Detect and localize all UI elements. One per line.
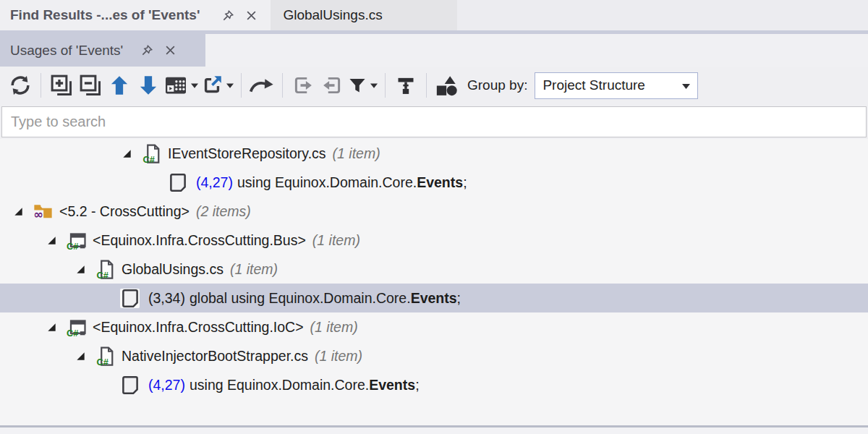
expander-expanded-icon[interactable]: [75, 264, 86, 275]
item-count: (1 item): [312, 232, 360, 249]
dropdown-caret-icon: [370, 83, 378, 88]
filter-icon: [348, 76, 367, 95]
pin-button[interactable]: [137, 41, 156, 60]
svg-text:C#: C#: [97, 356, 109, 366]
pin-icon: [141, 44, 153, 56]
tab-row-filler: [457, 0, 868, 30]
svg-text:C#: C#: [143, 153, 155, 163]
expand-all-icon: [51, 75, 72, 96]
preview-dock-icon: [164, 75, 187, 95]
move-previous-button[interactable]: [319, 72, 345, 99]
tool-tab-row: Usages of 'Events': [0, 34, 868, 67]
item-count: (1 item): [310, 319, 358, 336]
tree-row-project[interactable]: C# <Equinox.Infra.CrossCutting.Bus> (1 i…: [0, 226, 868, 255]
document-tab-label: GlobalUsings.cs: [283, 7, 382, 23]
find-results-tab-label: Find Results -...es of 'Events': [10, 7, 200, 23]
search-input[interactable]: [1, 106, 867, 137]
tab-usages-of-events[interactable]: Usages of 'Events': [0, 34, 205, 67]
result-location[interactable]: (3,34): [148, 290, 185, 307]
close-button[interactable]: [242, 6, 260, 25]
expand-all-button[interactable]: [48, 72, 75, 99]
result-marker-icon[interactable]: [168, 173, 187, 192]
result-code: global using Equinox.Domain.Core.Events;: [190, 290, 461, 307]
csharp-file-icon: C#: [95, 260, 115, 279]
file-name: GlobalUsings.cs: [122, 261, 224, 278]
results-tree: C# IEventStoreRepository.cs (1 item) (4,…: [0, 139, 868, 425]
tree-row-project[interactable]: C# <Equinox.Infra.CrossCutting.IoC> (1 i…: [0, 312, 868, 341]
csharp-project-icon: C#: [67, 318, 86, 337]
tree-row-result[interactable]: (4,27) using Equinox.Domain.Core.Events;: [0, 168, 868, 197]
box-arrow-left-icon: [322, 75, 342, 95]
file-name: IEventStoreRepository.cs: [168, 145, 326, 162]
svg-text:C#: C#: [67, 241, 78, 250]
next-occurrence-button[interactable]: [135, 72, 161, 99]
combo-caret-icon: [682, 79, 690, 92]
move-next-button[interactable]: [290, 72, 316, 99]
tree-row-solution-folder[interactable]: ∞ <5.2 - CrossCutting> (2 items): [0, 197, 868, 226]
result-location[interactable]: (4,27): [148, 377, 185, 393]
collapse-all-button[interactable]: [77, 72, 103, 99]
csharp-file-icon: C#: [142, 144, 161, 163]
tab-find-results[interactable]: Find Results -...es of 'Events': [0, 0, 271, 30]
go-to-usage-button[interactable]: [249, 72, 275, 99]
previous-occurrence-button[interactable]: [106, 72, 132, 99]
top-tab-row: Find Results -...es of 'Events' GlobalUs…: [0, 0, 868, 30]
csharp-project-icon: C#: [67, 231, 86, 250]
tab-globalusings-document[interactable]: GlobalUsings.cs: [271, 0, 457, 30]
arrow-up-icon: [111, 75, 128, 96]
solution-folder-icon: ∞: [33, 202, 53, 221]
pin-button[interactable]: [218, 6, 237, 25]
group-by-label: Group by:: [467, 77, 527, 93]
usages-tool-window: Find Results -...es of 'Events' GlobalUs…: [0, 0, 868, 434]
preview-dock-button[interactable]: [164, 72, 198, 99]
toolbar-separator: [241, 73, 242, 98]
project-name: <Equinox.Infra.CrossCutting.Bus>: [93, 232, 306, 249]
item-count: (1 item): [333, 145, 380, 162]
tree-row-file[interactable]: C# GlobalUsings.cs (1 item): [0, 255, 868, 284]
svg-text:C#: C#: [67, 328, 78, 337]
result-code: using Equinox.Domain.Core.Events;: [237, 174, 467, 191]
expander-expanded-icon[interactable]: [46, 322, 57, 333]
csharp-file-icon: C#: [95, 346, 115, 366]
show-containing-type-button[interactable]: [393, 72, 419, 99]
group-by-button[interactable]: [434, 72, 460, 99]
expander-expanded-icon[interactable]: [75, 351, 86, 362]
close-button[interactable]: [161, 41, 179, 60]
filter-button[interactable]: [348, 72, 378, 99]
result-marker-icon[interactable]: [120, 375, 140, 395]
item-count: (1 item): [230, 261, 278, 278]
project-name: <Equinox.Infra.CrossCutting.IoC>: [93, 319, 304, 336]
group-by-combobox[interactable]: Project Structure: [535, 72, 698, 99]
expander-expanded-icon[interactable]: [13, 206, 24, 217]
tree-row-result[interactable]: (4,27) using Equinox.Domain.Core.Events;: [0, 370, 868, 399]
item-count: (2 items): [196, 203, 251, 220]
pin-icon: [222, 9, 234, 22]
expander-expanded-icon[interactable]: [122, 148, 132, 159]
containing-type-icon: [396, 75, 416, 95]
results-toolbar: Group by: Project Structure: [0, 67, 868, 104]
search-row: [0, 104, 868, 139]
refresh-icon: [9, 75, 31, 96]
tree-row-file[interactable]: C# NativeInjectorBootStrapper.cs (1 item…: [0, 341, 868, 370]
group-by-icon: [436, 75, 458, 96]
tool-tab-filler: [205, 34, 868, 67]
group-by-value: Project Structure: [542, 77, 682, 93]
refresh-button[interactable]: [7, 72, 33, 99]
svg-text:C#: C#: [97, 269, 109, 279]
tree-row-file[interactable]: C# IEventStoreRepository.cs (1 item): [0, 139, 868, 168]
bottom-strip: [0, 427, 868, 434]
result-marker-icon[interactable]: [120, 289, 140, 308]
tree-row-result-selected[interactable]: (3,34) global using Equinox.Domain.Core.…: [0, 284, 868, 312]
expander-expanded-icon[interactable]: [46, 235, 57, 246]
toolbar-separator: [41, 73, 41, 98]
toolbar-separator: [426, 73, 427, 98]
toolbar-separator: [385, 73, 386, 98]
dropdown-caret-icon: [226, 83, 234, 88]
usages-tab-label: Usages of 'Events': [10, 43, 123, 59]
svg-text:∞: ∞: [33, 208, 43, 221]
close-icon: [246, 10, 257, 21]
item-count: (1 item): [315, 348, 362, 365]
open-in-new-window-icon: [201, 75, 223, 96]
result-location[interactable]: (4,27): [196, 174, 233, 191]
open-in-new-window-button[interactable]: [201, 72, 234, 99]
